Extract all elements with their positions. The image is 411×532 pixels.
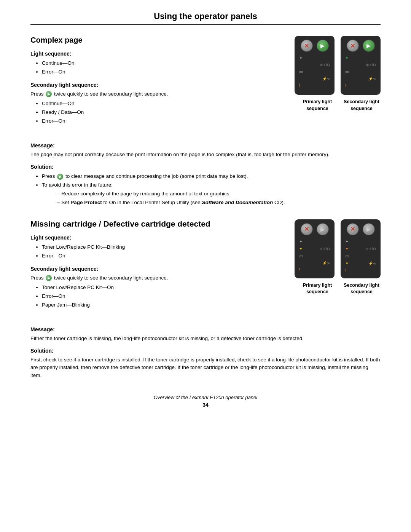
side-icon2: ⊕✧/⊙ xyxy=(320,63,330,67)
cancel-button4: ✕ xyxy=(347,223,359,235)
top-buttons3: ✕ ▶ xyxy=(301,223,329,235)
row4d: ✦ ⚡∿ xyxy=(344,261,378,266)
missing-cartridge-layout: Missing cartridge / Defective cartridge … xyxy=(30,219,381,315)
missing-message-label: Message: xyxy=(30,326,381,332)
missing-secondary-list: Toner Low/Replace PC Kit—On Error—On Pap… xyxy=(42,283,287,310)
complex-secondary-label: Secondary light sequence: xyxy=(30,82,287,88)
list-item: Paper Jam—Blinking xyxy=(42,301,287,310)
complex-panel-labels: Primary light sequence Secondary light s… xyxy=(298,99,381,112)
row5c: ! xyxy=(298,267,331,272)
toner-led-on2: ✦ xyxy=(345,246,349,251)
complex-solution-list: Press ▶ to clear message and continue pr… xyxy=(42,172,381,207)
complex-secondary-intro: Press ▶ twice quickly to see the seconda… xyxy=(30,90,287,98)
complex-light-sequence: Light sequence: Continue—On Error—On xyxy=(30,51,287,77)
complex-secondary-light-seq: Secondary light sequence: Press ▶ twice … xyxy=(30,82,287,126)
row2c: ✦ ☆✧/⊙ xyxy=(298,246,331,251)
top-buttons: ✕ ▶ xyxy=(301,40,329,52)
complex-secondary-panel: ✕ ▶ ✦ ⊕✧/⊙ ▭ ⚡∿ xyxy=(341,36,381,95)
missing-cartridge-images: ✕ ▶ ✦ ✦ ☆✧/⊙ ▭ xyxy=(295,219,381,315)
row5d: ! xyxy=(344,268,378,273)
complex-panel-row: ✕ ▶ ✦ ⊕✧/⊙ ▭ ⚡∿ xyxy=(295,36,381,95)
missing-solution: Solution: First, check to see if a toner… xyxy=(30,348,381,379)
paper-led4: ▭ xyxy=(345,254,349,259)
continue-icon-solution: ▶ xyxy=(57,174,63,180)
complex-message-label: Message: xyxy=(30,142,381,149)
list-item: Error—On xyxy=(42,117,287,126)
row1b: ✦ xyxy=(344,56,378,61)
solution-dash-list: Reduce complexity of the page by reducin… xyxy=(57,190,381,207)
row3b: ▭ xyxy=(344,69,378,74)
row1: ✦ xyxy=(298,56,331,61)
complex-solution: Solution: Press ▶ to clear message and c… xyxy=(30,164,381,207)
toner-led-on: ✦ xyxy=(299,246,303,251)
jam-led-on: ✦ xyxy=(345,261,349,266)
list-item: Toner Low/Replace PC Kit—On xyxy=(42,283,287,292)
row2: ⊕✧/⊙ xyxy=(298,63,331,67)
ready-led4: ✦ xyxy=(345,239,349,244)
missing-panel-labels: Primary light sequence Secondary light s… xyxy=(298,282,381,296)
side-icon4d: ⚡∿ xyxy=(368,261,376,265)
complex-primary-panel: ✕ ▶ ✦ ⊕✧/⊙ ▭ ⚡∿ xyxy=(295,36,335,95)
complex-message-text: The page may not print correctly because… xyxy=(30,151,381,158)
side-icon2d: ☆✧/⊙ xyxy=(365,247,376,251)
complex-message-section: Message: The page may not print correctl… xyxy=(30,142,381,207)
paper-led3: ▭ xyxy=(299,254,303,259)
list-item: Continue—On xyxy=(42,59,287,68)
row4b: ⚡∿ xyxy=(344,77,378,81)
missing-primary-label: Primary light sequence xyxy=(298,282,336,296)
list-item: To avoid this error in the future: Reduc… xyxy=(42,181,381,207)
complex-light-seq-list: Continue—On Error—On xyxy=(42,59,287,77)
missing-cartridge-section: Missing cartridge / Defective cartridge … xyxy=(30,219,381,379)
list-item: Press ▶ to clear message and continue pr… xyxy=(42,172,381,181)
continue-btn-icon2: ▶ xyxy=(46,275,52,281)
side-icon4c: ⚡∿ xyxy=(322,261,330,265)
list-item: Error—On xyxy=(42,68,287,77)
paper-led: ▭ xyxy=(299,69,303,74)
ready-led3: ✦ xyxy=(299,239,303,244)
row2b: ⊕✧/⊙ xyxy=(344,63,378,67)
complex-page-heading: Complex page xyxy=(30,36,287,45)
list-item: Continue—On xyxy=(42,99,287,108)
cancel-button: ✕ xyxy=(301,40,313,52)
list-item: Set Page Protect to On in the Local Prin… xyxy=(57,198,381,207)
page-title-container: Using the operator panels xyxy=(30,11,381,25)
row3d: ▭ xyxy=(344,254,378,259)
cancel-button3: ✕ xyxy=(301,223,313,235)
missing-message-text: Either the toner cartridge is missing, t… xyxy=(30,335,381,342)
side-icon4b: ⚡∿ xyxy=(368,77,376,81)
complex-light-seq-label: Light sequence: xyxy=(30,51,287,57)
page-title: Using the operator panels xyxy=(154,11,257,21)
top-buttons4: ✕ ▶ xyxy=(347,223,375,235)
ready-led-on: ✦ xyxy=(345,56,349,61)
paper-led2: ▭ xyxy=(345,69,349,74)
row4c: ⚡∿ xyxy=(298,261,331,265)
ready-led: ✦ xyxy=(299,56,303,61)
missing-cartridge-text: Missing cartridge / Defective cartridge … xyxy=(30,219,287,315)
missing-message-section: Message: Either the toner cartridge is m… xyxy=(30,326,381,379)
list-item: Ready / Data—On xyxy=(42,108,287,117)
complex-page-images: ✕ ▶ ✦ ⊕✧/⊙ ▭ ⚡∿ xyxy=(295,36,381,131)
row4: ⚡∿ xyxy=(298,77,331,81)
side-icon2c: ☆✧/⊙ xyxy=(319,247,330,251)
missing-message: Message: Either the toner cartridge is m… xyxy=(30,326,381,342)
footer: Overview of the Lexmark E120n operator p… xyxy=(30,395,381,400)
row2d: ✦ ☆✧/⊙ xyxy=(344,246,378,251)
missing-light-seq-list: Toner Low/Replace PC Kit—Blinking Error—… xyxy=(42,243,287,260)
side-icon4: ⚡∿ xyxy=(322,77,330,81)
missing-secondary-panel: ✕ ▶ ✦ ✦ ☆✧/⊙ ▭ xyxy=(341,219,381,278)
list-item: Toner Low/Replace PC Kit—Blinking xyxy=(42,243,287,252)
complex-page-text: Complex page Light sequence: Continue—On… xyxy=(30,36,287,131)
complex-primary-label: Primary light sequence xyxy=(298,99,336,112)
top-buttons2: ✕ ▶ xyxy=(347,40,375,52)
continue-button: ▶ xyxy=(317,40,329,52)
row3c: ▭ xyxy=(298,254,331,259)
continue-button-icon: ▶ xyxy=(46,91,52,97)
missing-solution-label: Solution: xyxy=(30,348,381,354)
continue-button4: ▶ xyxy=(363,223,375,235)
row5: ! xyxy=(298,83,331,88)
missing-secondary-intro: Press ▶ twice quickly to see the seconda… xyxy=(30,274,287,282)
missing-cartridge-heading: Missing cartridge / Defective cartridge … xyxy=(30,219,287,228)
error-led-on2: ! xyxy=(345,83,346,88)
missing-secondary-seq: Secondary light sequence: Press ▶ twice … xyxy=(30,266,287,310)
row3: ▭ xyxy=(298,69,331,74)
